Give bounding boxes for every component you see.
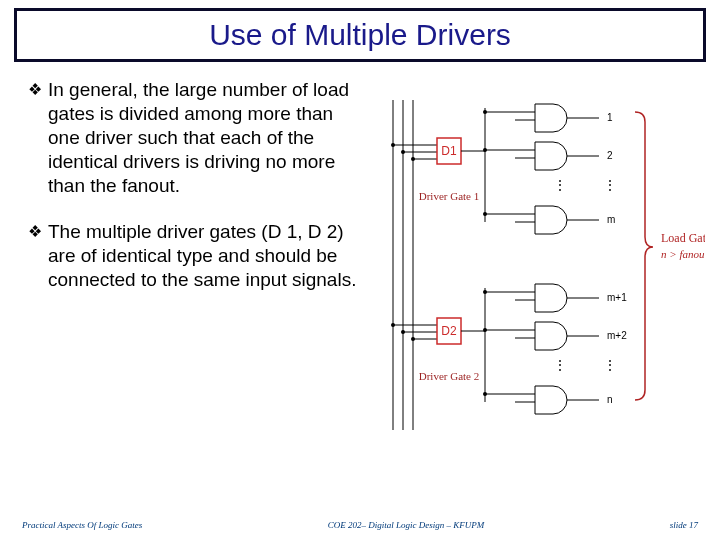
circuit-diagram: D1 Driver Gate 1 1 2 ⋮ ⋮ m D2 Driver Gat… — [385, 90, 705, 440]
diamond-bullet-icon: ❖ — [28, 78, 42, 102]
driver-name: D2 — [441, 324, 457, 338]
driver-label: Driver Gate 1 — [419, 190, 479, 202]
footer-right: slide 17 — [670, 520, 698, 530]
load-label: m+1 — [607, 292, 627, 303]
footer: Practical Aspects Of Logic Gates COE 202… — [22, 520, 698, 530]
body-text: ❖ In general, the large number of load g… — [28, 78, 368, 314]
svg-text:⋮: ⋮ — [553, 177, 567, 193]
driver-label: Driver Gate 2 — [419, 370, 479, 382]
svg-text:⋮: ⋮ — [603, 177, 617, 193]
bullet-item: ❖ The multiple driver gates (D 1, D 2) a… — [28, 220, 368, 292]
svg-point-40 — [483, 328, 487, 332]
bullet-text: In general, the large number of load gat… — [48, 78, 368, 198]
load-label: 1 — [607, 112, 613, 123]
footer-center: COE 202– Digital Logic Design – KFUPM — [328, 520, 485, 530]
load-label: m+2 — [607, 330, 627, 341]
slide-title: Use of Multiple Drivers — [209, 18, 511, 52]
fanout-caption: n > fanout — [661, 248, 705, 260]
bullet-text: The multiple driver gates (D 1, D 2) are… — [48, 220, 368, 292]
load-label: 2 — [607, 150, 613, 161]
bullet-item: ❖ In general, the large number of load g… — [28, 78, 368, 198]
load-label: n — [607, 394, 613, 405]
load-label: m — [607, 214, 615, 225]
svg-point-23 — [483, 212, 487, 216]
svg-text:⋮: ⋮ — [553, 357, 567, 373]
diamond-bullet-icon: ❖ — [28, 220, 42, 244]
svg-point-17 — [483, 148, 487, 152]
svg-point-13 — [483, 110, 487, 114]
title-inner: Use of Multiple Drivers — [17, 11, 703, 59]
svg-point-46 — [483, 392, 487, 396]
load-gates-caption: Load Gates — [661, 231, 705, 245]
svg-text:⋮: ⋮ — [603, 357, 617, 373]
driver-name: D1 — [441, 144, 457, 158]
title-bar: Use of Multiple Drivers — [14, 8, 706, 62]
footer-left: Practical Aspects Of Logic Gates — [22, 520, 142, 530]
svg-point-36 — [483, 290, 487, 294]
